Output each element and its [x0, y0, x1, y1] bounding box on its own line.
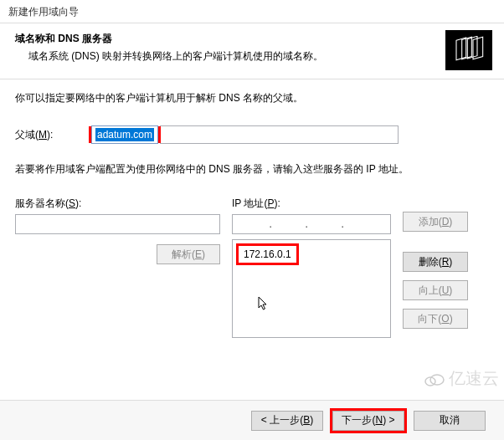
header-title: 域名称和 DNS 服务器	[15, 32, 489, 46]
intro-text: 你可以指定要网络中的客户端计算机用于解析 DNS 名称的父域。	[15, 91, 489, 105]
add-button: 添加(D)	[403, 212, 468, 232]
ip-seg-4[interactable]	[344, 218, 378, 230]
ip-seg-1[interactable]	[236, 218, 270, 230]
header-subtitle: 域名系统 (DNS) 映射并转换网络上的客户端计算机使用的域名称。	[28, 49, 489, 64]
parent-domain-input-rest[interactable]	[160, 125, 399, 144]
back-button[interactable]: < 上一步(B)	[251, 411, 323, 431]
wizard-header: 域名称和 DNS 服务器 域名系统 (DNS) 映射并转换网络上的客户端计算机使…	[0, 23, 504, 79]
parent-domain-input[interactable]: adatum.com	[91, 125, 158, 144]
up-button: 向上(U)	[403, 280, 468, 300]
watermark: 亿速云	[424, 367, 499, 390]
next-button[interactable]: 下一步(N) >	[332, 411, 404, 431]
ip-address-label: IP 地址(P):	[232, 197, 391, 211]
ip-seg-2[interactable]	[272, 218, 306, 230]
wizard-footer: < 上一步(B) 下一步(N) > 取消	[0, 400, 504, 440]
remove-button[interactable]: 删除(R)	[403, 252, 468, 272]
ip-list-item[interactable]: 172.16.0.1	[236, 243, 299, 265]
scope-banner-icon	[445, 30, 492, 70]
ip-seg-3[interactable]	[308, 218, 342, 230]
window-title: 新建作用域向导	[0, 0, 504, 23]
cancel-button[interactable]: 取消	[414, 411, 486, 431]
next-button-highlight: 下一步(N) >	[330, 408, 407, 433]
parent-domain-label: 父域(M):	[15, 128, 89, 142]
wizard-body: 你可以指定要网络中的客户端计算机用于解析 DNS 名称的父域。 父域(M): a…	[0, 79, 504, 338]
svg-point-0	[425, 377, 435, 386]
resolve-button: 解析(E)	[157, 244, 220, 264]
dns-note: 若要将作用域客户端配置为使用你网络中的 DNS 服务器，请输入这些服务器的 IP…	[15, 162, 489, 177]
parent-domain-highlight: adatum.com	[89, 126, 161, 143]
server-name-label: 服务器名称(S):	[15, 197, 220, 211]
parent-domain-row: 父域(M): adatum.com	[15, 125, 489, 144]
svg-point-1	[430, 375, 444, 385]
ip-address-input[interactable]: . . .	[232, 214, 391, 234]
down-button: 向下(O)	[403, 309, 468, 329]
ip-address-list[interactable]: 172.16.0.1	[232, 239, 391, 338]
server-name-input[interactable]	[15, 214, 220, 234]
